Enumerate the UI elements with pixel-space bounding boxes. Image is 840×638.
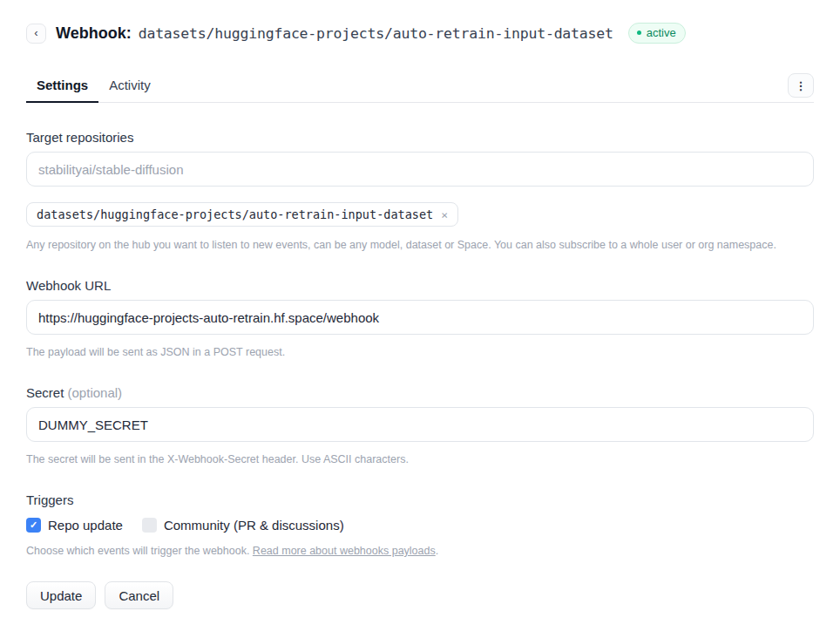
secret-section: Secret (optional) The secret will be sen… — [26, 385, 814, 465]
status-dot-icon — [637, 31, 641, 35]
secret-label: Secret (optional) — [26, 385, 814, 400]
webhook-url-input[interactable] — [26, 300, 814, 335]
target-repositories-input[interactable] — [26, 152, 814, 187]
overflow-menu-button[interactable]: ⋮ — [788, 73, 814, 98]
target-repositories-section: Target repositories datasets/huggingface… — [26, 130, 814, 251]
check-icon: ✓ — [30, 520, 37, 530]
chevron-left-icon: ‹ — [34, 26, 37, 39]
cancel-button[interactable]: Cancel — [105, 581, 173, 609]
repo-update-checkbox[interactable]: ✓ — [26, 518, 41, 533]
webhook-title-label: Webhook: — [56, 24, 132, 43]
repository-tag-label: datasets/huggingface-projects/auto-retra… — [37, 207, 433, 221]
form-actions: Update Cancel — [26, 581, 814, 609]
community-label: Community (PR & discussions) — [164, 518, 344, 533]
triggers-options: ✓ Repo update ✓ Community (PR & discussi… — [26, 518, 814, 533]
target-repositories-help: Any repository on the hub you want to li… — [26, 239, 814, 251]
triggers-section: Triggers ✓ Repo update ✓ Community (PR &… — [26, 492, 814, 557]
update-button[interactable]: Update — [26, 581, 96, 609]
triggers-help: Choose which events will trigger the web… — [26, 545, 814, 557]
triggers-label: Triggers — [26, 492, 814, 507]
webhook-title-name: datasets/huggingface-projects/auto-retra… — [139, 25, 613, 42]
webhook-settings-page: ‹ Webhook: datasets/huggingface-projects… — [0, 0, 840, 609]
webhook-url-label: Webhook URL — [26, 278, 814, 293]
secret-help: The secret will be sent in the X-Webhook… — [26, 453, 814, 465]
repository-tag-row: datasets/huggingface-projects/auto-retra… — [26, 202, 814, 227]
trigger-repo-update[interactable]: ✓ Repo update — [26, 518, 123, 533]
tab-activity[interactable]: Activity — [98, 71, 161, 102]
repository-tag: datasets/huggingface-projects/auto-retra… — [26, 202, 458, 227]
tab-bar: Settings Activity ⋮ — [26, 71, 814, 103]
trigger-community[interactable]: ✓ Community (PR & discussions) — [142, 518, 344, 533]
webhooks-payloads-link[interactable]: Read more about webhooks payloads — [253, 545, 436, 557]
secret-label-text: Secret — [26, 385, 64, 400]
repo-update-label: Repo update — [48, 518, 123, 533]
status-badge-label: active — [647, 26, 676, 39]
webhook-url-help: The payload will be sent as JSON in a PO… — [26, 346, 814, 358]
page-header: ‹ Webhook: datasets/huggingface-projects… — [26, 23, 814, 44]
webhook-url-section: Webhook URL The payload will be sent as … — [26, 278, 814, 358]
secret-input[interactable] — [26, 407, 814, 442]
status-badge: active — [628, 23, 686, 44]
kebab-icon: ⋮ — [796, 79, 807, 92]
page-title: Webhook: datasets/huggingface-projects/a… — [56, 24, 613, 43]
tab-settings[interactable]: Settings — [26, 71, 98, 102]
triggers-help-text: Choose which events will trigger the web… — [26, 545, 253, 557]
back-button[interactable]: ‹ — [26, 24, 46, 44]
triggers-help-period: . — [436, 545, 438, 557]
remove-tag-icon[interactable]: × — [441, 208, 448, 221]
target-repositories-label: Target repositories — [26, 130, 814, 145]
secret-optional-text: (optional) — [68, 385, 123, 400]
community-checkbox[interactable]: ✓ — [142, 518, 157, 533]
